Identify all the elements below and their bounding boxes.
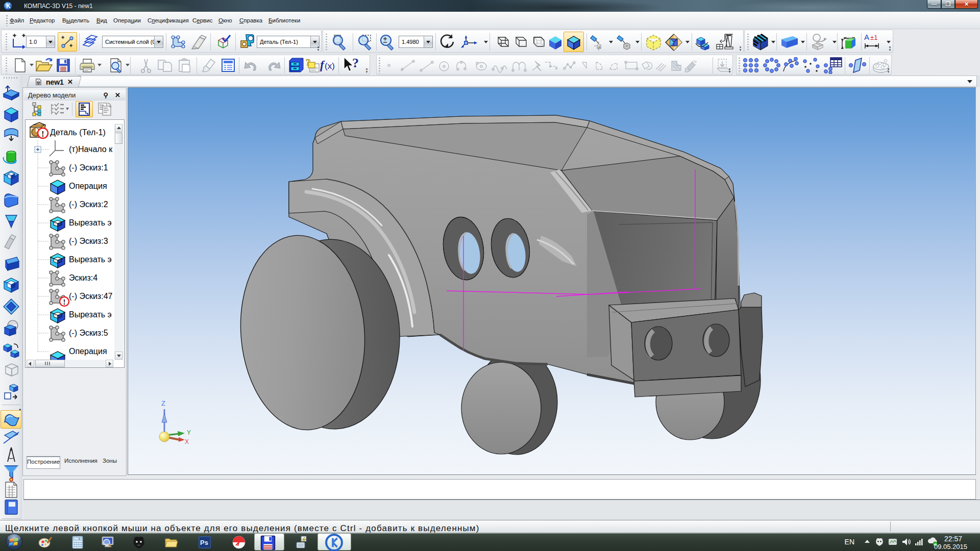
svg-text:!: ! (41, 129, 44, 139)
svg-text:?: ? (352, 56, 359, 70)
svg-text:0: 0 (79, 537, 80, 540)
svg-text:X: X (185, 438, 189, 445)
svg-text:A: A (864, 33, 869, 41)
svg-text:?: ? (306, 57, 311, 68)
svg-text:Ps: Ps (200, 539, 208, 546)
svg-text:(x): (x) (325, 61, 335, 71)
svg-text:!: ! (63, 298, 66, 306)
svg-text:Y: Y (187, 429, 191, 436)
svg-text:A: A (598, 45, 601, 49)
svg-text:Z: Z (161, 399, 165, 407)
svg-text:±1: ±1 (870, 34, 877, 41)
